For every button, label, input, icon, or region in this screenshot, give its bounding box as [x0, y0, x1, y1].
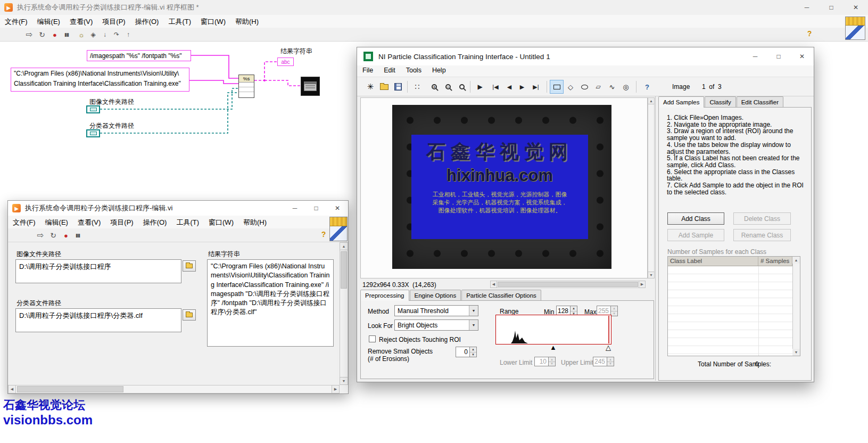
- add-sample-button[interactable]: Add Sample: [667, 229, 724, 241]
- table-row[interactable]: [668, 338, 800, 346]
- menu-window[interactable]: 窗口(W): [204, 216, 238, 229]
- samples-table[interactable]: Class Label # Samples ▲ ▼: [667, 256, 800, 356]
- classifier-path-browse-button[interactable]: [183, 309, 196, 321]
- image-path-terminal[interactable]: [86, 105, 100, 113]
- horizontal-scroll-thumb[interactable]: [17, 386, 123, 392]
- delete-class-button[interactable]: Delete Class: [733, 212, 791, 225]
- table-row[interactable]: [668, 290, 800, 298]
- tab-preprocessing[interactable]: Preprocessing: [360, 290, 409, 301]
- tab-engine-options[interactable]: Engine Options: [410, 290, 461, 300]
- spin-up-icon[interactable]: ▲: [549, 357, 555, 362]
- table-row[interactable]: [668, 314, 800, 322]
- image-path-browse-button[interactable]: [183, 260, 196, 272]
- menu-tools[interactable]: 工具(T): [171, 216, 204, 229]
- table-row[interactable]: [668, 266, 800, 274]
- run-continuous-icon[interactable]: ↻: [47, 229, 59, 241]
- threshold-histogram[interactable]: [495, 315, 611, 344]
- new-classifier-icon[interactable]: ✳: [363, 80, 377, 94]
- scroll-up-icon[interactable]: ▲: [340, 242, 348, 250]
- spin-down-icon[interactable]: ▼: [611, 311, 617, 316]
- retain-wire-values-icon[interactable]: ◈: [87, 29, 99, 40]
- menu-view[interactable]: 查看(V): [65, 15, 97, 29]
- format-into-string-node[interactable]: %s: [238, 75, 254, 98]
- tab-classify[interactable]: Classify: [705, 96, 735, 107]
- menu-view[interactable]: 查看(V): [73, 216, 105, 229]
- scroll-right-icon[interactable]: ▶: [332, 385, 340, 393]
- exe-path-constant[interactable]: "C:\Program Files (x86)\National Instrum…: [11, 68, 189, 92]
- scroll-down-icon[interactable]: ▼: [792, 349, 800, 356]
- scroll-left-icon[interactable]: ◀: [8, 385, 16, 393]
- erosions-spinner[interactable]: 0 ▲▼: [456, 347, 477, 357]
- close-button[interactable]: ✕: [790, 47, 814, 65]
- close-button[interactable]: ✕: [844, 0, 868, 15]
- ni-titlebar[interactable]: NI Particle Classification Training Inte…: [357, 47, 814, 65]
- menu-edit[interactable]: 编辑(E): [32, 15, 65, 29]
- lower-limit-spinner[interactable]: 10 ▲▼: [534, 357, 556, 366]
- spin-down-icon[interactable]: ▼: [470, 352, 476, 357]
- method-dropdown[interactable]: Manual Threshold▼: [394, 305, 478, 316]
- minimize-button[interactable]: ─: [743, 47, 767, 65]
- roi-freehand-icon[interactable]: ∿: [605, 80, 619, 94]
- pause-icon[interactable]: ▮▮: [72, 229, 84, 241]
- menu-file[interactable]: 文件(F): [8, 216, 40, 229]
- upper-threshold-slider[interactable]: △: [606, 343, 611, 351]
- zoom-in-icon[interactable]: +: [427, 80, 441, 94]
- roi-rotated-rect-icon[interactable]: ◇: [564, 80, 577, 94]
- play-icon[interactable]: ▶: [473, 80, 487, 94]
- roi-polygon-icon[interactable]: ▱: [591, 80, 605, 94]
- vi-icon[interactable]: [329, 217, 348, 241]
- spin-down-icon[interactable]: ▼: [607, 362, 614, 366]
- run-button-icon[interactable]: ⇨: [23, 29, 35, 40]
- first-image-icon[interactable]: |◀: [488, 80, 503, 94]
- front-panel-titlebar[interactable]: ▶ 执行系统命令调用粒子分类训练接口程序-编辑.vi ─ □ ✕: [8, 201, 348, 216]
- chevron-down-icon[interactable]: ▼: [469, 320, 478, 330]
- menu-help[interactable]: 帮助(H): [238, 216, 271, 229]
- menu-tools[interactable]: 工具(T): [163, 15, 196, 29]
- result-string-terminal[interactable]: abc: [277, 58, 294, 66]
- menu-file[interactable]: File: [357, 65, 378, 75]
- step-into-icon[interactable]: ↓: [99, 29, 111, 40]
- reject-objects-checkbox[interactable]: [369, 335, 376, 342]
- help-icon[interactable]: ?: [319, 230, 328, 240]
- lower-threshold-slider[interactable]: ▲: [550, 343, 557, 351]
- table-row[interactable]: [668, 330, 800, 338]
- maximize-button[interactable]: □: [819, 0, 844, 15]
- column-class-label[interactable]: Class Label: [668, 257, 758, 266]
- table-row[interactable]: [668, 298, 800, 306]
- display-vertical-scrollbar[interactable]: [648, 97, 655, 278]
- run-button-icon[interactable]: ⇨: [35, 229, 46, 241]
- zoom-actual-icon[interactable]: [455, 80, 469, 94]
- help-icon[interactable]: ?: [640, 80, 654, 94]
- minimize-button[interactable]: ─: [795, 0, 819, 15]
- table-row[interactable]: [668, 322, 800, 330]
- classify-scatter-icon[interactable]: ∷: [410, 80, 424, 94]
- save-icon[interactable]: [391, 80, 405, 94]
- horizontal-scroll-thumb[interactable]: [498, 282, 638, 287]
- abort-icon[interactable]: ●: [49, 29, 61, 40]
- spin-down-icon[interactable]: ▼: [549, 362, 555, 366]
- maximize-button[interactable]: □: [767, 47, 790, 65]
- step-over-icon[interactable]: ↷: [111, 29, 122, 40]
- spin-up-icon[interactable]: ▲: [607, 357, 614, 362]
- image-display[interactable]: 石鑫华视觉网 hixinhua.com 工业相机，工业镜头，视觉光源，光源控制器…: [360, 97, 648, 278]
- lookfor-dropdown[interactable]: Bright Objects▼: [394, 319, 478, 331]
- classifier-path-field[interactable]: D:\调用粒子分类训练接口程序\分类器.clf: [15, 308, 181, 332]
- menu-tools[interactable]: Tools: [401, 65, 427, 75]
- menu-window[interactable]: 窗口(W): [196, 15, 230, 29]
- tab-edit-classifier[interactable]: Edit Classifier: [737, 96, 783, 107]
- roi-rectangle-icon[interactable]: [550, 80, 564, 94]
- menu-help[interactable]: 帮助(H): [230, 15, 263, 29]
- main-window-titlebar[interactable]: ▶ 执行系统命令调用粒子分类训练接口程序-编辑.vi 程序框图 * ─ □ ✕: [0, 0, 868, 15]
- scroll-down-icon[interactable]: ▼: [648, 272, 655, 278]
- tab-particle-classifier-options[interactable]: Particle Classifier Options: [461, 290, 541, 300]
- minimize-button[interactable]: ─: [284, 201, 305, 216]
- run-continuous-icon[interactable]: ↻: [36, 29, 48, 40]
- table-row[interactable]: [668, 282, 800, 290]
- roi-oval-icon[interactable]: [577, 80, 591, 94]
- vertical-scroll-thumb[interactable]: [341, 251, 347, 289]
- system-exec-node[interactable]: [301, 77, 320, 96]
- spin-up-icon[interactable]: ▲: [470, 347, 476, 352]
- highlight-execution-icon[interactable]: ☼: [76, 29, 87, 40]
- classifier-path-terminal[interactable]: [86, 129, 100, 137]
- zoom-out-icon[interactable]: −: [441, 80, 455, 94]
